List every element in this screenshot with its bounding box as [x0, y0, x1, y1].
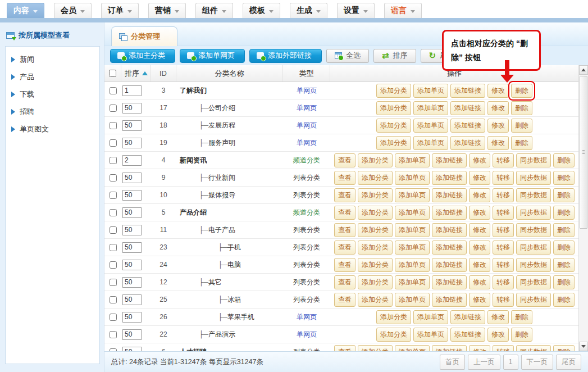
action-button[interactable]: 同步数据 [516, 153, 551, 167]
tab-category-management[interactable]: 分类管理 [111, 26, 177, 46]
nav-item[interactable]: 生成 [290, 3, 327, 18]
row-checkbox[interactable] [110, 87, 117, 94]
action-button[interactable]: 添加单页 [413, 310, 448, 324]
action-button[interactable]: 添加单页 [413, 136, 448, 150]
action-button[interactable]: 同步数据 [516, 241, 551, 255]
row-checkbox[interactable] [110, 279, 117, 286]
sort-order-input[interactable] [122, 242, 142, 253]
primary-toolbar-button[interactable]: 添加主分类 [110, 49, 175, 63]
action-button[interactable]: 查看 [334, 345, 355, 352]
sort-order-input[interactable] [122, 103, 142, 114]
secondary-toolbar-button[interactable]: ⇄排序 [373, 49, 416, 63]
action-button[interactable]: 删除 [511, 328, 532, 342]
action-button[interactable]: 删除 [553, 258, 575, 272]
nav-item[interactable]: 营销 [148, 3, 186, 18]
action-button[interactable]: 删除 [553, 153, 575, 167]
header-sort[interactable]: 排序 [121, 65, 151, 81]
action-button[interactable]: 添加单页 [395, 153, 430, 167]
action-button[interactable]: 修改 [487, 101, 509, 115]
row-checkbox[interactable] [110, 105, 117, 112]
action-button[interactable]: 修改 [487, 328, 509, 342]
action-button[interactable]: 添加分类 [358, 241, 393, 255]
action-button[interactable]: 修改 [487, 136, 509, 150]
action-button[interactable]: 添加链接 [432, 206, 467, 220]
sort-order-input[interactable] [122, 225, 142, 235]
action-button[interactable]: 添加单页 [395, 258, 430, 272]
action-button[interactable]: 删除 [553, 241, 575, 255]
action-button[interactable]: 查看 [334, 293, 355, 307]
action-button[interactable]: 添加单页 [395, 223, 430, 237]
row-checkbox[interactable] [110, 174, 117, 182]
row-checkbox[interactable] [110, 139, 117, 147]
action-button[interactable]: 修改 [469, 345, 490, 352]
action-button[interactable]: 同步数据 [516, 171, 551, 185]
action-button[interactable]: 添加分类 [358, 223, 393, 237]
action-button[interactable]: 同步数据 [516, 345, 551, 352]
row-checkbox[interactable] [110, 244, 117, 251]
action-button[interactable]: 删除 [511, 119, 532, 133]
action-button[interactable]: 转移 [493, 223, 514, 237]
pagination-button[interactable]: 尾页 [556, 355, 581, 370]
action-button[interactable]: 添加链接 [450, 84, 485, 98]
scroll-up-button[interactable] [579, 65, 588, 75]
header-type[interactable]: 类型 [283, 65, 330, 81]
action-button[interactable]: 修改 [469, 171, 490, 185]
row-checkbox[interactable] [110, 296, 117, 303]
action-button[interactable]: 修改 [469, 223, 490, 237]
action-button[interactable]: 添加链接 [432, 153, 467, 167]
action-button[interactable]: 添加链接 [450, 328, 485, 342]
action-button[interactable]: 删除 [553, 223, 575, 237]
action-button[interactable]: 查看 [334, 206, 355, 220]
row-checkbox[interactable] [110, 314, 117, 321]
action-button[interactable]: 添加链接 [432, 293, 467, 307]
action-button[interactable]: 删除 [553, 275, 575, 289]
action-button[interactable]: 删除 [553, 293, 575, 307]
sort-order-input[interactable] [122, 138, 142, 148]
action-button[interactable]: 转移 [493, 153, 514, 167]
pagination-button[interactable]: 首页 [440, 355, 465, 370]
row-checkbox[interactable] [110, 261, 117, 269]
action-button[interactable]: 添加分类 [376, 328, 411, 342]
action-button[interactable]: 添加分类 [358, 188, 393, 202]
action-button[interactable]: 添加链接 [432, 188, 467, 202]
secondary-toolbar-button[interactable]: 全选 [326, 49, 369, 63]
action-button[interactable]: 添加单页 [395, 206, 430, 220]
action-button[interactable]: 修改 [469, 206, 490, 220]
sort-order-input[interactable] [122, 155, 142, 166]
action-button[interactable]: 查看 [334, 188, 355, 202]
action-button[interactable]: 删除 [511, 101, 532, 115]
action-button[interactable]: 转移 [493, 293, 514, 307]
action-button[interactable]: 同步数据 [516, 258, 551, 272]
action-button[interactable]: 添加单页 [413, 84, 448, 98]
action-button[interactable]: 添加单页 [395, 171, 430, 185]
sidebar-item[interactable]: 新闻 [11, 55, 94, 65]
row-checkbox[interactable] [110, 192, 117, 199]
row-checkbox[interactable] [110, 331, 117, 338]
header-id[interactable]: ID [151, 65, 176, 81]
action-button[interactable]: 添加链接 [432, 275, 467, 289]
action-button[interactable]: 修改 [469, 188, 490, 202]
action-button[interactable]: 添加分类 [376, 136, 411, 150]
header-name[interactable]: 分类名称 [176, 65, 283, 81]
action-button[interactable]: 查看 [334, 223, 355, 237]
action-button[interactable]: 添加链接 [450, 101, 485, 115]
action-button[interactable]: 同步数据 [516, 188, 551, 202]
action-button[interactable]: 删除 [511, 136, 532, 150]
action-button[interactable]: 添加单页 [413, 119, 448, 133]
action-button[interactable]: 修改 [487, 84, 509, 98]
action-button[interactable]: 添加分类 [376, 119, 411, 133]
action-button[interactable]: 转移 [493, 171, 514, 185]
sort-order-input[interactable] [122, 260, 142, 270]
action-button[interactable]: 添加分类 [358, 258, 393, 272]
sidebar-item[interactable]: 单页图文 [11, 124, 94, 134]
nav-item[interactable]: 内容 [7, 3, 44, 18]
select-all-checkbox[interactable] [109, 70, 116, 77]
nav-item[interactable]: 设置 [337, 3, 375, 18]
action-button[interactable]: 删除 [553, 345, 575, 352]
action-button[interactable]: 添加分类 [376, 84, 411, 98]
nav-item[interactable]: 订单 [101, 3, 139, 18]
action-button[interactable]: 同步数据 [516, 275, 551, 289]
action-button[interactable]: 修改 [469, 275, 490, 289]
action-button[interactable]: 同步数据 [516, 206, 551, 220]
row-checkbox[interactable] [110, 157, 117, 164]
